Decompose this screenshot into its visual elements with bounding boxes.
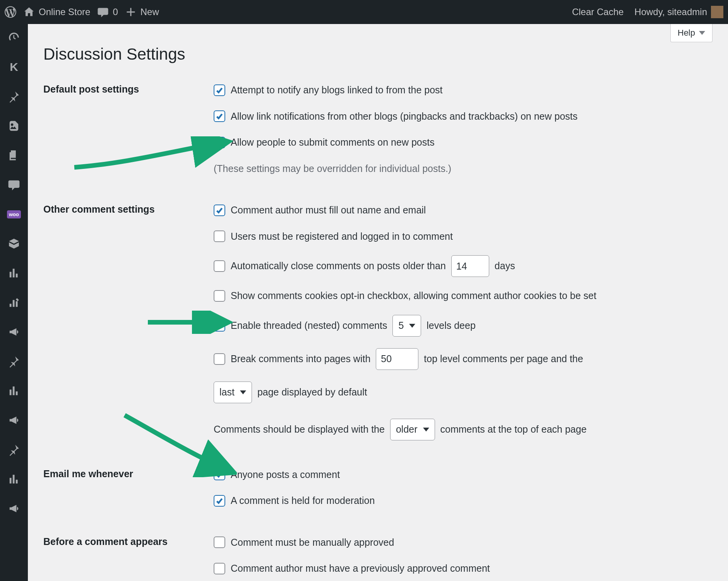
chevron-down-icon xyxy=(240,390,246,394)
comment-count: 0 xyxy=(113,7,118,17)
select-thread-depth[interactable]: 5 xyxy=(392,315,421,337)
select-thread-depth-value: 5 xyxy=(398,318,404,333)
label-threaded-post: levels deep xyxy=(427,318,475,333)
help-tab[interactable]: Help xyxy=(670,24,713,42)
checkbox-manual-approve[interactable] xyxy=(214,536,225,548)
admin-bar: Online Store 0 New Clear Cache Howdy, si… xyxy=(0,0,728,24)
new-link[interactable]: New xyxy=(125,6,159,18)
section-before-heading: Before a comment appears xyxy=(43,535,214,547)
select-default-page-value: last xyxy=(219,385,235,400)
label-previously-approved: Comment author must have a previously ap… xyxy=(231,561,490,576)
label-paginate-pre: Break comments into pages with xyxy=(231,352,370,366)
checkbox-allow-pingbacks[interactable] xyxy=(214,110,225,122)
clear-cache-link[interactable]: Clear Cache xyxy=(572,7,624,17)
marketing2-icon[interactable] xyxy=(7,414,21,427)
label-order-post: comments at the top of each page xyxy=(440,422,587,437)
marketing-icon[interactable] xyxy=(7,325,21,339)
pages-icon[interactable] xyxy=(7,149,21,162)
checkbox-cookies-optin[interactable] xyxy=(214,290,225,302)
chevron-down-icon xyxy=(409,324,415,328)
products-icon[interactable] xyxy=(7,237,21,250)
wordpress-icon xyxy=(5,6,16,18)
admin-sidebar: K woo xyxy=(0,24,28,581)
section-default-post-heading: Default post settings xyxy=(43,83,214,95)
label-email-held-moderation: A comment is held for moderation xyxy=(231,493,375,508)
analytics2-icon[interactable] xyxy=(7,384,21,397)
site-name: Online Store xyxy=(39,7,90,17)
comments-link[interactable]: 0 xyxy=(97,6,118,18)
section-email-heading: Email me whenever xyxy=(43,468,214,480)
chevron-down-icon xyxy=(699,31,705,35)
analytics3-icon[interactable] xyxy=(7,473,21,486)
wp-logo[interactable] xyxy=(5,6,16,18)
home-icon xyxy=(23,6,35,18)
comments-icon[interactable] xyxy=(7,178,21,191)
default-post-note: (These settings may be overridden for in… xyxy=(214,162,713,176)
label-paginate-mid: top level comments per page and the xyxy=(424,352,583,366)
marketing3-icon[interactable] xyxy=(7,502,21,515)
plus-icon xyxy=(125,6,137,18)
section-other-heading: Other comment settings xyxy=(43,203,214,215)
account-link[interactable]: Howdy, siteadmin xyxy=(634,6,723,18)
media-icon[interactable] xyxy=(7,119,21,132)
howdy-text: Howdy, siteadmin xyxy=(634,7,707,17)
checkbox-auto-close[interactable] xyxy=(214,260,225,272)
label-email-anyone-posts: Anyone posts a comment xyxy=(231,468,340,482)
pin-icon[interactable] xyxy=(7,90,21,103)
label-require-name-email: Comment author must fill out name and em… xyxy=(231,203,426,218)
checkbox-previously-approved[interactable] xyxy=(214,563,225,574)
checkbox-require-registration[interactable] xyxy=(214,230,225,242)
pin2-icon[interactable] xyxy=(7,355,21,368)
label-manual-approve: Comment must be manually approved xyxy=(231,535,394,550)
checkbox-threaded[interactable] xyxy=(214,320,225,332)
avatar xyxy=(711,6,723,18)
chevron-down-icon xyxy=(423,428,429,431)
checkbox-email-held-moderation[interactable] xyxy=(214,495,225,507)
comment-icon xyxy=(97,6,109,18)
new-label: New xyxy=(140,7,159,17)
label-threaded-pre: Enable threaded (nested) comments xyxy=(231,318,387,333)
input-close-days[interactable] xyxy=(451,255,489,277)
pin3-icon[interactable] xyxy=(7,443,21,456)
analytics-icon[interactable] xyxy=(7,266,21,280)
label-paginate-post: page displayed by default xyxy=(257,385,367,400)
label-allow-pingbacks: Allow link notifications from other blog… xyxy=(231,109,577,124)
site-link[interactable]: Online Store xyxy=(23,6,90,18)
checkbox-notify-blogs[interactable] xyxy=(214,84,225,96)
checkbox-email-anyone-posts[interactable] xyxy=(214,469,225,480)
checkbox-allow-comments[interactable] xyxy=(214,137,225,148)
label-cookies-optin: Show comments cookies opt-in checkbox, a… xyxy=(231,289,596,303)
dashboard-icon[interactable] xyxy=(7,31,21,44)
main-content: Help Discussion Settings Default post se… xyxy=(28,24,728,581)
help-label: Help xyxy=(678,28,695,38)
select-default-page[interactable]: last xyxy=(214,382,252,403)
label-auto-close-post: days xyxy=(495,259,515,273)
label-auto-close-pre: Automatically close comments on posts ol… xyxy=(231,259,446,273)
stats-icon[interactable] xyxy=(7,296,21,309)
label-require-registration: Users must be registered and logged in t… xyxy=(231,229,453,244)
kadence-icon[interactable]: K xyxy=(7,60,21,74)
checkbox-paginate[interactable] xyxy=(214,353,225,365)
input-comments-per-page[interactable] xyxy=(376,348,418,370)
label-notify-blogs: Attempt to notify any blogs linked to fr… xyxy=(231,83,443,98)
label-order-pre: Comments should be displayed with the xyxy=(214,422,385,437)
checkbox-require-name-email[interactable] xyxy=(214,205,225,216)
select-comment-order-value: older xyxy=(396,422,418,437)
woocommerce-icon[interactable]: woo xyxy=(7,208,21,221)
label-allow-comments: Allow people to submit comments on new p… xyxy=(231,135,435,150)
select-comment-order[interactable]: older xyxy=(390,419,435,440)
page-title: Discussion Settings xyxy=(43,45,713,64)
